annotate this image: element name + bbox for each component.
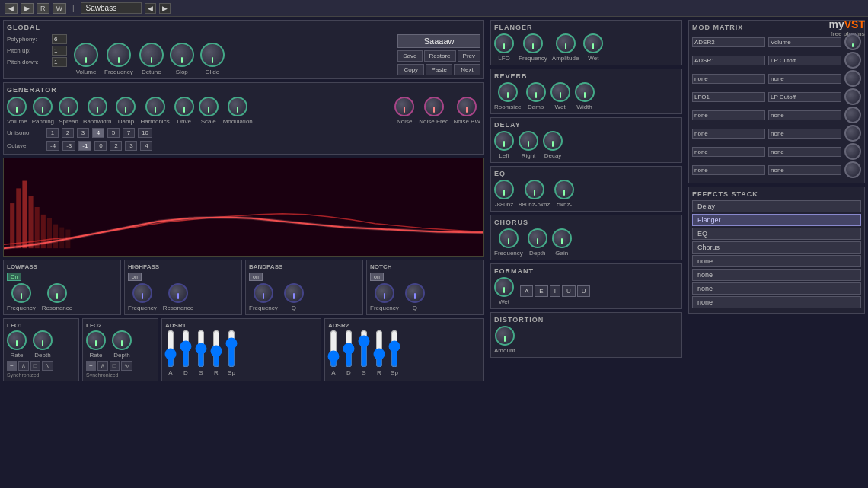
oct-3[interactable]: 3: [125, 141, 137, 151]
effect-chorus[interactable]: Chorus: [692, 241, 861, 254]
btn-w[interactable]: W: [53, 3, 67, 14]
lfo1-wave-sq[interactable]: □: [30, 361, 40, 371]
mod-source-2[interactable]: none: [692, 74, 765, 84]
save-btn[interactable]: Save: [397, 50, 422, 62]
chorus-depth-knob[interactable]: [528, 228, 547, 248]
adsr2-decay-slider[interactable]: [343, 330, 354, 368]
knob-volume-global-control[interactable]: [74, 43, 98, 67]
mod-dest-2[interactable]: none: [768, 74, 841, 84]
gen-spread-knob[interactable]: [59, 97, 78, 116]
oct-n3[interactable]: -3: [62, 141, 75, 151]
unison-7[interactable]: 7: [123, 128, 135, 138]
flanger-amp-knob[interactable]: [556, 33, 576, 53]
eq-low-knob[interactable]: [494, 180, 514, 199]
knob-freq-global-control[interactable]: [107, 43, 131, 67]
mod-source-0[interactable]: ADSR2: [692, 37, 765, 47]
next-btn[interactable]: Next: [454, 64, 480, 75]
adsr1-sustain-slider[interactable]: [196, 330, 206, 368]
gen-harmonics-knob[interactable]: [145, 97, 165, 116]
unison-2[interactable]: 2: [62, 128, 74, 138]
mod-source-3[interactable]: LFO1: [692, 92, 765, 102]
adsr2-attack-slider[interactable]: [328, 330, 339, 368]
bandpass-on-btn[interactable]: on: [249, 273, 263, 281]
lfo2-wave-rnd[interactable]: ∿: [121, 361, 132, 371]
oct-n1[interactable]: -1: [78, 141, 91, 151]
distortion-amount-knob[interactable]: [495, 326, 515, 346]
formant-i[interactable]: I: [550, 285, 560, 297]
notch-freq-knob[interactable]: [375, 283, 394, 303]
flanger-wet-knob[interactable]: [583, 33, 603, 53]
oct-2[interactable]: 2: [110, 141, 122, 151]
mod-knob-6[interactable]: [844, 143, 861, 160]
knob-slop-global-control[interactable]: [170, 43, 194, 67]
flanger-lfo-knob[interactable]: [494, 33, 514, 53]
mod-dest-1[interactable]: LP Cutoff: [768, 56, 841, 65]
lfo1-depth-knob[interactable]: [33, 330, 53, 350]
lfo1-wave-tri[interactable]: ∧: [18, 361, 29, 371]
bandpass-freq-knob[interactable]: [254, 283, 273, 303]
notch-q-knob[interactable]: [405, 283, 425, 303]
highpass-res-knob[interactable]: [168, 283, 188, 303]
effect-flanger[interactable]: Flanger: [692, 214, 861, 226]
adsr2-sustain-slider[interactable]: [359, 330, 369, 368]
mod-dest-7[interactable]: none: [768, 165, 841, 175]
lowpass-res-knob[interactable]: [47, 283, 67, 303]
mod-knob-4[interactable]: [844, 107, 861, 123]
adsr2-sp-slider[interactable]: [389, 330, 400, 368]
reverb-roomsize-knob[interactable]: [498, 82, 518, 102]
mod-knob-3[interactable]: [844, 88, 861, 105]
unison-4[interactable]: 4: [92, 128, 104, 138]
gen-drive-knob[interactable]: [174, 97, 194, 116]
copy-btn[interactable]: Copy: [397, 64, 424, 75]
knob-detune-global-control[interactable]: [139, 43, 164, 67]
gen-noise-freq-knob[interactable]: [424, 97, 444, 116]
notch-on-btn[interactable]: on: [370, 273, 384, 281]
bandpass-q-knob[interactable]: [284, 283, 304, 303]
oct-4[interactable]: 4: [140, 141, 152, 151]
effect-delay[interactable]: Delay: [692, 200, 861, 212]
mod-dest-4[interactable]: none: [768, 110, 841, 120]
lfo1-rate-knob[interactable]: [7, 330, 27, 350]
prev-btn[interactable]: Prev: [458, 50, 480, 62]
gen-volume-knob[interactable]: [7, 97, 27, 116]
effect-none-1[interactable]: none: [692, 255, 861, 267]
mod-knob-1[interactable]: [844, 52, 861, 69]
mod-knob-5[interactable]: [844, 125, 861, 142]
formant-a[interactable]: A: [520, 285, 533, 297]
chorus-freq-knob[interactable]: [499, 228, 519, 248]
lfo1-wave-rnd[interactable]: ∿: [42, 361, 53, 371]
reverb-wet-knob[interactable]: [550, 82, 570, 102]
oct-n4[interactable]: -4: [46, 141, 59, 151]
mod-source-1[interactable]: ADSR1: [692, 56, 765, 65]
unison-5[interactable]: 5: [107, 128, 120, 138]
mod-dest-0[interactable]: Volume: [768, 37, 841, 47]
delay-right-knob[interactable]: [519, 131, 538, 151]
gen-panning-knob[interactable]: [33, 97, 53, 116]
lfo2-wave-sq[interactable]: □: [110, 361, 120, 371]
lfo1-wave-sine[interactable]: ~: [7, 361, 17, 371]
unison-10[interactable]: 10: [138, 128, 152, 138]
eq-high-knob[interactable]: [554, 180, 574, 199]
oct-0[interactable]: 0: [94, 141, 107, 151]
mod-source-4[interactable]: none: [692, 110, 765, 120]
adsr1-decay-slider[interactable]: [180, 330, 191, 368]
adsr2-release-slider[interactable]: [374, 330, 385, 368]
mod-knob-0[interactable]: [844, 33, 861, 50]
adsr1-sp-slider[interactable]: [226, 330, 237, 368]
btn-forward[interactable]: ▶: [21, 3, 34, 14]
effect-none-3[interactable]: none: [692, 282, 861, 295]
mod-source-6[interactable]: none: [692, 147, 765, 157]
lowpass-on-btn[interactable]: On: [7, 273, 21, 281]
unison-3[interactable]: 3: [77, 128, 89, 138]
mod-source-5[interactable]: none: [692, 129, 765, 139]
mod-dest-6[interactable]: none: [768, 147, 841, 157]
knob-glide-global-control[interactable]: [200, 43, 225, 67]
mod-knob-2[interactable]: [844, 70, 861, 87]
formant-u1[interactable]: U: [562, 285, 576, 297]
highpass-freq-knob[interactable]: [132, 283, 152, 303]
gen-damp-knob[interactable]: [116, 97, 136, 116]
lfo2-depth-knob[interactable]: [112, 330, 132, 350]
reverb-damp-knob[interactable]: [526, 82, 546, 102]
pitch-down-input[interactable]: [52, 57, 67, 67]
formant-e[interactable]: E: [535, 285, 547, 297]
